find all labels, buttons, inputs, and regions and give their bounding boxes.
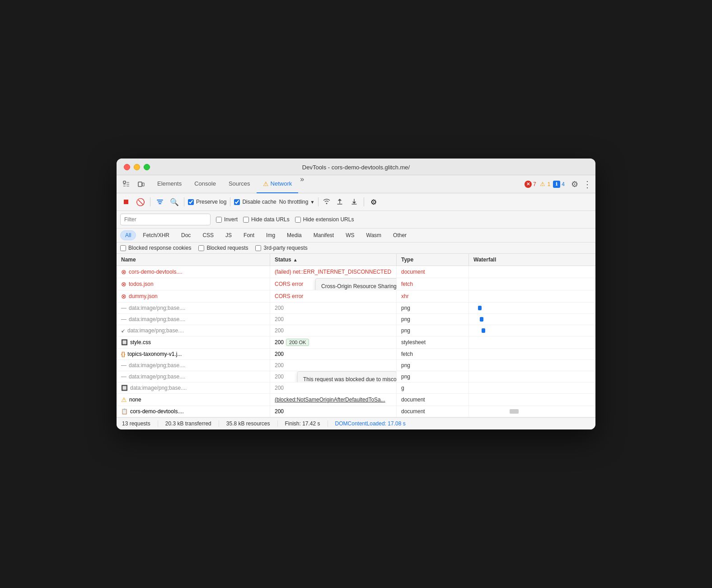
type-all-button[interactable]: All — [120, 230, 136, 240]
preserve-log-checkbox[interactable] — [188, 199, 194, 205]
filter-bar: Invert Hide data URLs Hide extension URL… — [117, 211, 595, 229]
type-font-button[interactable]: Font — [239, 230, 259, 240]
inspect-icon[interactable] — [120, 178, 133, 191]
info-count-icon: ℹ — [553, 181, 560, 188]
table-row[interactable]: 🔲 style.css 200 200 OK stylesheet — [117, 336, 595, 349]
svg-rect-1 — [138, 182, 142, 187]
filter-input[interactable] — [120, 214, 211, 225]
row-name-cell: 🔲 data:image/png;base.... — [117, 383, 270, 393]
table-row[interactable]: ⊗ todos.json CORS error Cross-Origin Res… — [117, 278, 595, 290]
close-button[interactable] — [124, 164, 130, 170]
blocked-cookies-checkbox[interactable] — [120, 245, 126, 251]
type-wasm-button[interactable]: Wasm — [361, 230, 387, 240]
type-img-button[interactable]: Img — [261, 230, 280, 240]
tab-elements[interactable]: Elements — [151, 175, 188, 193]
table-row[interactable]: — data:image/png;base.... 200 This reque… — [117, 371, 595, 383]
css-icon: 🔲 — [121, 339, 128, 345]
row-type-cell: stylesheet — [397, 336, 469, 348]
type-fetchxhr-button[interactable]: Fetch/XHR — [138, 230, 174, 240]
header-type[interactable]: Type — [397, 254, 469, 266]
warning-count-icon: ⚠ — [539, 181, 546, 188]
status-bar: 13 requests 20.3 kB transferred 35.8 kB … — [117, 417, 595, 429]
row-status-cell: CORS error Cross-Origin Resource Sharing… — [270, 278, 397, 290]
table-row[interactable]: ⊗ cors-demo-devtools.... (failed) net::E… — [117, 266, 595, 278]
table-row[interactable]: {} topics-taxonomy-v1.j... 200 fetch — [117, 349, 595, 360]
blocked-cookies-label[interactable]: Blocked response cookies — [120, 245, 191, 251]
disable-cache-label[interactable]: Disable cache — [234, 199, 276, 205]
clear-button[interactable]: 🚫 — [135, 196, 146, 208]
export-har-button[interactable] — [334, 196, 346, 208]
disable-cache-checkbox[interactable] — [234, 199, 240, 205]
table-row[interactable]: ↙ data:image/png;base.... 200 png — [117, 325, 595, 336]
tab-more-button[interactable]: » — [300, 175, 304, 193]
error-badge: ✕ 7 — [525, 181, 536, 188]
preserve-log-label[interactable]: Preserve log — [188, 199, 226, 205]
more-options-button[interactable]: ⋮ — [583, 179, 592, 190]
row-type-cell: fetch — [397, 278, 469, 290]
row-status-cell: (blocked:NotSameOriginAfterDefaultedToSa… — [270, 394, 397, 406]
type-manifest-button[interactable]: Manifest — [309, 230, 339, 240]
row-name-cell: ↙ data:image/png;base.... — [117, 325, 270, 336]
info-badge: ℹ 4 — [553, 181, 565, 188]
row-status-text: (blocked:NotSameOriginAfterDefaultedToSa… — [275, 397, 385, 403]
table-row[interactable]: ⚠ none (blocked:NotSameOriginAfterDefaul… — [117, 394, 595, 406]
table-row[interactable]: ⊗ dummy.json CORS error xhr — [117, 290, 595, 303]
type-other-button[interactable]: Other — [388, 230, 412, 240]
row-waterfall-cell — [469, 394, 595, 406]
divider-5 — [364, 197, 364, 206]
error-icon: ⊗ — [121, 280, 126, 288]
device-icon[interactable] — [135, 178, 147, 191]
row-type-text: fetch — [401, 351, 413, 357]
stop-recording-button[interactable]: ⏹ — [120, 196, 132, 208]
row-status-cell: 200 This request was blocked due to misc… — [270, 371, 397, 382]
tab-sources[interactable]: Sources — [222, 175, 257, 193]
row-type-text: stylesheet — [401, 339, 426, 345]
table-row[interactable]: — data:image/png;base.... 200 png — [117, 303, 595, 314]
hide-data-urls-label[interactable]: Hide data URLs — [243, 216, 290, 223]
hide-extension-checkbox[interactable] — [295, 217, 301, 223]
third-party-label[interactable]: 3rd-party requests — [255, 245, 307, 251]
filter-button[interactable] — [154, 196, 166, 208]
invert-label[interactable]: Invert — [216, 216, 238, 223]
table-row[interactable]: 📋 cors-demo-devtools.... 200 document — [117, 406, 595, 417]
tab-badges: ✕ 7 ⚠ 1 ℹ 4 — [525, 181, 565, 188]
type-js-button[interactable]: JS — [220, 230, 237, 240]
throttle-selector[interactable]: No throttling ▼ — [279, 199, 315, 205]
network-warning-icon: ⚠ — [263, 180, 269, 187]
type-ws-button[interactable]: WS — [341, 230, 359, 240]
search-button[interactable]: 🔍 — [169, 196, 180, 208]
invert-checkbox[interactable] — [216, 217, 222, 223]
type-doc-button[interactable]: Doc — [176, 230, 196, 240]
type-css-button[interactable]: CSS — [197, 230, 219, 240]
hide-extension-label[interactable]: Hide extension URLs — [295, 216, 354, 223]
row-name-text: cors-demo-devtools.... — [130, 408, 184, 415]
divider-3 — [230, 197, 230, 206]
row-type-text: png — [401, 362, 410, 369]
tab-network[interactable]: ⚠ Network — [257, 175, 299, 193]
row-waterfall-cell — [469, 349, 595, 359]
settings-button[interactable]: ⚙ — [568, 178, 581, 191]
row-type-cell: png — [397, 371, 469, 382]
blocked-requests-label[interactable]: Blocked requests — [198, 245, 248, 251]
table-row[interactable]: — data:image/png;base.... 200 png — [117, 360, 595, 371]
table-row[interactable]: 🔲 data:image/png;base.... 200 g — [117, 383, 595, 394]
row-name-cell: {} topics-taxonomy-v1.j... — [117, 349, 270, 359]
row-status-cell: 200 200 OK — [270, 336, 397, 348]
row-status-text: 200 — [275, 408, 284, 415]
import-har-button[interactable] — [348, 196, 360, 208]
type-media-button[interactable]: Media — [282, 230, 307, 240]
tab-console[interactable]: Console — [188, 175, 222, 193]
header-waterfall[interactable]: Waterfall — [469, 254, 595, 266]
network-settings-button[interactable]: ⚙ — [368, 196, 379, 208]
table-row[interactable]: — data:image/png;base.... 200 png — [117, 314, 595, 325]
header-name[interactable]: Name — [117, 254, 270, 266]
minimize-button[interactable] — [134, 164, 140, 170]
third-party-checkbox[interactable] — [255, 245, 261, 251]
maximize-button[interactable] — [144, 164, 150, 170]
row-type-text: png — [401, 373, 410, 380]
hide-data-urls-checkbox[interactable] — [243, 217, 249, 223]
header-status[interactable]: Status ▲ — [270, 254, 397, 266]
blocked-requests-checkbox[interactable] — [198, 245, 204, 251]
row-type-text: png — [401, 316, 410, 322]
row-name-text: data:image/png;base.... — [129, 305, 185, 311]
